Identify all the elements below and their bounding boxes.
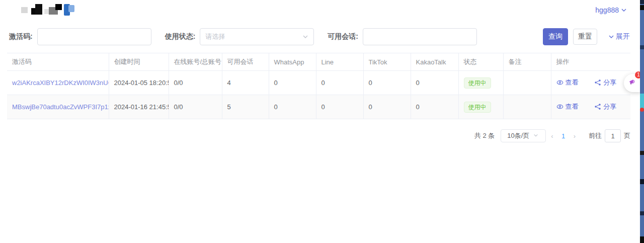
expand-label: 展开 <box>616 32 630 41</box>
table-header-row: 激活码 创建时间 在线账号/总账号 可用会话 WhatsApp Line Tik… <box>7 53 630 71</box>
prev-page-button[interactable]: ‹ <box>546 132 558 140</box>
sessions-label: 可用会话: <box>328 32 358 41</box>
expand-chevron-down-icon <box>608 34 614 40</box>
remark-cell <box>503 95 551 119</box>
username: hgg888 <box>595 6 619 14</box>
floating-helper-widget[interactable]: 1 <box>624 74 641 92</box>
col-created: 创建时间 <box>109 53 169 71</box>
share-icon <box>594 103 601 110</box>
eye-icon <box>556 103 564 110</box>
page: hgg888 激活码: 使用状态: 请选择 可用会话: 查询 重置 展开 <box>0 0 644 243</box>
select-chevron-down-icon <box>302 34 308 40</box>
activation-code-label: 激活码: <box>9 32 33 41</box>
window-edge-artifact <box>640 0 644 243</box>
share-icon <box>594 79 601 86</box>
table-row: w2iAKrcaXIBY12rDKzWI0IW3nUCpB8OG 2024-01… <box>7 71 630 95</box>
created-cell: 2024-01-05 18:20:57 <box>109 71 169 95</box>
line-cell: 0 <box>316 71 363 95</box>
accounts-cell: 0/0 <box>169 71 222 95</box>
col-tiktok: TikTok <box>363 53 411 71</box>
total-count: 共 2 条 <box>474 131 495 140</box>
page-unit-label: 页 <box>624 131 630 140</box>
col-kakaotalk: KakaoTalk <box>411 53 458 71</box>
view-button[interactable]: 查看 <box>556 102 579 111</box>
view-button[interactable]: 查看 <box>556 78 579 87</box>
kakaotalk-cell: 0 <box>411 71 458 95</box>
page-number-1[interactable]: 1 <box>558 132 569 140</box>
status-badge: 使用中 <box>464 77 491 89</box>
kakaotalk-cell: 0 <box>411 95 458 119</box>
col-whatsapp: WhatsApp <box>269 53 316 71</box>
col-accounts: 在线账号/总账号 <box>169 53 222 71</box>
sessions-cell: 4 <box>222 71 269 95</box>
query-button[interactable]: 查询 <box>543 28 568 45</box>
usage-status-select[interactable]: 请选择 <box>200 28 314 45</box>
col-line: Line <box>316 53 363 71</box>
megaphone-icon <box>628 78 636 88</box>
pagination: 共 2 条 10条/页 ‹ 1 › 前往 页 <box>0 129 630 142</box>
accounts-cell: 0/0 <box>169 95 222 119</box>
whatsapp-cell: 0 <box>269 95 316 119</box>
goto-page-input[interactable] <box>605 129 621 142</box>
user-menu[interactable]: hgg888 <box>595 6 627 14</box>
col-sessions: 可用会话 <box>222 53 269 71</box>
activation-code-link[interactable]: w2iAKrcaXIBY12rDKzWI0IW3nUCpB8OG <box>12 79 109 87</box>
expand-toggle[interactable]: 展开 <box>608 32 630 41</box>
created-cell: 2024-01-16 21:45:59 <box>109 95 169 119</box>
filter-actions: 查询 重置 展开 <box>543 28 630 45</box>
whatsapp-cell: 0 <box>269 71 316 95</box>
activation-codes-table: 激活码 创建时间 在线账号/总账号 可用会话 WhatsApp Line Tik… <box>7 53 630 119</box>
sessions-cell: 5 <box>222 95 269 119</box>
remark-cell <box>503 71 551 95</box>
page-size-chevron-down-icon <box>533 133 539 139</box>
page-size-select[interactable]: 10条/页 <box>501 129 546 142</box>
app-logo <box>7 3 66 17</box>
line-cell: 0 <box>316 95 363 119</box>
table-row: MBswjBe70adtu0acZvWPF3I7p1xqXgoG 2024-01… <box>7 95 630 119</box>
next-page-button[interactable]: › <box>569 132 581 140</box>
sessions-input[interactable] <box>363 28 477 45</box>
chevron-down-icon <box>621 7 627 13</box>
usage-status-placeholder: 请选择 <box>205 32 225 41</box>
goto-label: 前往 <box>589 131 602 140</box>
status-badge: 使用中 <box>464 102 491 113</box>
share-button[interactable]: 分享 <box>594 78 616 87</box>
col-code: 激活码 <box>7 53 109 71</box>
col-remark: 备注 <box>503 53 551 71</box>
tiktok-cell: 0 <box>363 95 411 119</box>
reset-button[interactable]: 重置 <box>573 29 597 45</box>
activation-code-input[interactable] <box>37 28 151 45</box>
filter-bar: 激活码: 使用状态: 请选择 可用会话: 查询 重置 展开 <box>0 20 644 45</box>
share-button[interactable]: 分享 <box>594 102 616 111</box>
tiktok-cell: 0 <box>363 71 411 95</box>
activation-code-link[interactable]: MBswjBe70adtu0acZvWPF3I7p1xqXgoG <box>12 103 109 111</box>
col-actions: 操作 <box>551 53 630 71</box>
usage-status-label: 使用状态: <box>165 32 196 41</box>
top-header: hgg888 <box>0 0 644 20</box>
eye-icon <box>556 79 564 86</box>
col-status: 状态 <box>458 53 503 71</box>
